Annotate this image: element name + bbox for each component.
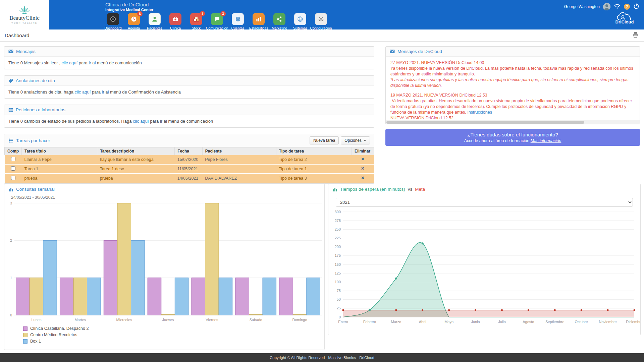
svg-text:175: 175 (335, 253, 341, 257)
app-header: BeautyClinic YOUR TAGLINE Clínica de Dri… (0, 0, 644, 29)
coins-icon (232, 13, 244, 25)
table-row[interactable]: Tarea 1 Tarea 1 desc 11/05/2021 Tipo de … (5, 164, 374, 174)
envelope-icon (8, 49, 13, 54)
news-heading: 19 MARZO 2021. NUEVA VERSIÓN DriCloud 12… (390, 93, 635, 98)
task-title: Tarea 1 (22, 164, 97, 174)
nav-stock[interactable]: 1 Stock (189, 13, 204, 30)
medical-bag-icon (169, 13, 181, 25)
svg-text:0: 0 (339, 315, 341, 319)
task-type: Tipo de tarea 2 (276, 155, 352, 165)
legend-item: Centro Médico Recoletos (23, 333, 324, 337)
laboratorios-text: Tiene 0 cambios de estado de sus pedidos… (4, 115, 374, 127)
patient-icon (149, 13, 161, 25)
mensajes-link[interactable]: clic aquí (62, 60, 78, 65)
nav-agenda[interactable]: 6 Agenda (126, 13, 142, 30)
laboratorios-link[interactable]: clic aquí (133, 119, 149, 124)
task-type: Tipo de tarea 1 (276, 164, 352, 174)
nav-estadisticas[interactable]: Estadísticas (251, 13, 266, 30)
task-patient: DAVID ALVAREZ (202, 174, 276, 183)
svg-text:250: 250 (335, 227, 341, 231)
tag-icon (8, 78, 13, 83)
globe-icon (294, 13, 306, 25)
svg-text:Sabado: Sabado (250, 318, 262, 322)
mensajes-text: Tiene 0 Mensajes sin leer , clic aquí pa… (4, 57, 374, 69)
col-paciente: Paciente (202, 147, 276, 155)
anulaciones-link[interactable]: clic aquí (75, 89, 91, 95)
envelope-icon (390, 49, 395, 54)
svg-text:100: 100 (335, 280, 341, 284)
clinic-title: Clínica de DriCloud (105, 2, 329, 7)
task-patient (202, 164, 276, 174)
nav-sistemas[interactable]: Sistemas (292, 13, 308, 30)
svg-text:Miercoles: Miercoles (116, 318, 132, 322)
panel-anulaciones: Anulaciones de cita Tiene 0 anulaciones … (4, 75, 374, 99)
task-checkbox[interactable] (11, 157, 15, 161)
wait-times-chart: 0255075100125150175200225250275300EneroF… (328, 208, 640, 326)
panel-consultas-semanal: Consultas semanal 24/05/2021 - 30/05/202… (4, 184, 325, 350)
training-banner[interactable]: ¿Tienes dudas sobre el funcionamiento? A… (385, 129, 640, 146)
col-titulo: Tarea título (22, 147, 97, 155)
clinic-logo-tagline: YOUR TAGLINE (11, 22, 38, 24)
task-checkbox[interactable] (11, 176, 15, 180)
delete-task-icon[interactable]: × (361, 157, 364, 161)
delete-task-icon[interactable]: × (361, 167, 364, 171)
help-icon[interactable]: ? (624, 4, 630, 10)
power-icon[interactable] (633, 3, 639, 10)
panel-tiempos-espera: Tiempos de espera (en minutos) vs Meta 2… (328, 184, 641, 335)
task-type: Tipo de tarea 3 (276, 174, 352, 183)
avatar[interactable] (603, 3, 610, 10)
date-range: 24/05/2021 - 30/05/2021 (11, 195, 324, 200)
nav-marketing[interactable]: Marketing (272, 13, 287, 30)
task-patient: Pepe Flores (202, 155, 276, 165)
bar-chart-icon (332, 187, 337, 192)
scrollbar-thumb[interactable] (386, 121, 584, 124)
table-row[interactable]: prueba prueba 14/05/2021 DAVID ALVAREZ T… (5, 174, 374, 183)
nav-comunicacion[interactable]: 3 Comunicación (209, 13, 225, 30)
clinic-logo[interactable]: BeautyClinic YOUR TAGLINE (0, 0, 49, 29)
svg-text:Julio: Julio (498, 320, 506, 324)
news-heading: NUEVA VERSIÓN DriCloud 12.52 (390, 115, 635, 120)
delete-task-icon[interactable]: × (361, 176, 364, 180)
svg-text:Domingo: Domingo (292, 318, 307, 322)
svg-text:Viernes: Viernes (206, 318, 218, 322)
tasks-table: Comp Tarea título Tarea descripción Fech… (4, 147, 374, 183)
legend-swatch (23, 333, 28, 337)
options-button[interactable]: Opciones (341, 136, 370, 144)
mas-informacion-link[interactable]: Mas información (531, 138, 561, 143)
table-row[interactable]: Llamar a Pepe hay que llamar a este cole… (5, 155, 374, 165)
nav-cuentas[interactable]: Cuentas (230, 13, 246, 30)
svg-text:Junio: Junio (471, 320, 480, 324)
horizontal-scrollbar (386, 120, 640, 124)
lotus-icon (17, 6, 32, 14)
print-button[interactable] (632, 31, 639, 40)
user-menu[interactable]: George Washington (564, 4, 600, 9)
svg-text:200: 200 (335, 245, 341, 249)
agenda-badge: 6 (137, 11, 143, 16)
panel-tareas: Tareas por hacer Nueva tarea Opciones Co… (4, 134, 374, 184)
svg-text:150: 150 (335, 262, 341, 266)
nav-pacientes[interactable]: Pacientes (147, 13, 162, 30)
new-task-button[interactable]: Nueva tarea (310, 136, 339, 144)
tasks-header-row: Comp Tarea título Tarea descripción Fech… (5, 147, 374, 155)
breadcrumb: Dashboard (0, 29, 644, 42)
task-checkbox[interactable] (11, 166, 15, 171)
weekly-consults-chart: 0123LunesMartesMiercolesJuevesViernesSab… (4, 200, 324, 324)
svg-text:Diciembre: Diciembre (626, 320, 640, 324)
wifi-icon[interactable] (614, 4, 621, 10)
svg-text:225: 225 (335, 236, 341, 240)
page-title: Dashboard (5, 33, 29, 38)
gear-icon (315, 13, 327, 25)
task-description: prueba (97, 174, 175, 183)
svg-text:Abril: Abril (419, 320, 426, 324)
header-main: Clínica de DriCloud Integrative Medical … (49, 0, 329, 29)
nav-clinica[interactable]: Clínica (168, 13, 183, 30)
instrucciones-link[interactable]: Instrucciones (467, 110, 492, 115)
year-select[interactable]: 2021 (336, 198, 633, 206)
svg-text:Agosto: Agosto (523, 320, 534, 324)
nav-configuracion[interactable]: Configuración (313, 13, 329, 30)
svg-text:Septiembre: Septiembre (545, 320, 564, 324)
svg-text:Marzo: Marzo (391, 320, 401, 324)
stock-boxes-icon: 1 (190, 13, 202, 25)
task-title: Llamar a Pepe (22, 155, 97, 165)
nav-dashboard[interactable]: Dashboard (105, 13, 121, 30)
